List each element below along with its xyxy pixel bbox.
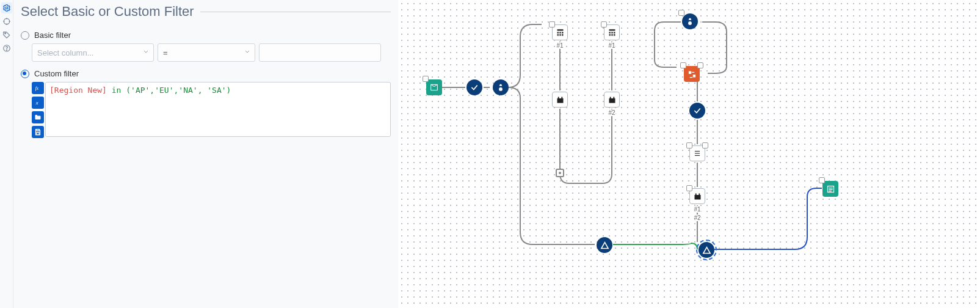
config-panel: Select Basic or Custom Filter Basic filt…: [13, 0, 398, 308]
expression-toolbar: fx x: [32, 82, 45, 138]
chevron-down-icon: [244, 48, 251, 57]
svg-rect-16: [559, 32, 561, 34]
expression-editor[interactable]: [Region New] in ('AP','EU','NA', 'SA'): [45, 82, 391, 137]
anchor-icon: [680, 62, 686, 68]
svg-rect-42: [699, 193, 700, 195]
svg-rect-15: [557, 32, 559, 34]
label-hash: #1: [556, 42, 564, 49]
svg-rect-26: [611, 32, 613, 34]
expr-keyword-token: in: [112, 86, 122, 95]
anchor-icon: [549, 21, 555, 28]
column-placeholder: Select column...: [37, 48, 94, 57]
svg-rect-25: [609, 32, 611, 34]
radio-basic[interactable]: [21, 31, 29, 40]
label-hash-2: #2: [693, 215, 701, 221]
custom-filter-radio-row[interactable]: Custom filter: [21, 67, 391, 82]
svg-rect-12: [37, 133, 39, 135]
app-root: Select Basic or Custom Filter Basic filt…: [0, 0, 980, 308]
svg-rect-17: [562, 32, 564, 34]
svg-rect-32: [609, 97, 611, 98]
node-list[interactable]: [689, 145, 705, 161]
column-select[interactable]: Select column...: [32, 43, 154, 62]
fx-button[interactable]: fx: [32, 82, 44, 94]
svg-rect-11: [37, 130, 39, 131]
panel-title: Select Basic or Custom Filter: [21, 4, 194, 20]
node-calc-left[interactable]: #1: [552, 24, 568, 40]
custom-filter-block: fx x [Region New] in ('AP','EU','NA', 'S…: [21, 82, 391, 138]
svg-rect-14: [557, 29, 563, 31]
target-icon[interactable]: [1, 16, 12, 27]
svg-point-13: [499, 87, 503, 91]
svg-rect-20: [562, 34, 564, 36]
side-rail: [0, 0, 13, 308]
anchor-icon: [423, 76, 429, 82]
node-output[interactable]: [822, 181, 838, 197]
svg-rect-33: [613, 97, 614, 98]
header-divider: [200, 12, 391, 12]
svg-rect-31: [609, 98, 615, 103]
node-action-left[interactable]: [552, 92, 568, 108]
svg-rect-27: [614, 32, 615, 34]
folder-button[interactable]: [32, 111, 44, 123]
radio-custom[interactable]: [21, 70, 29, 78]
basic-filter-radio-row[interactable]: Basic filter: [21, 28, 391, 43]
svg-point-0: [5, 7, 8, 9]
svg-rect-24: [609, 29, 615, 31]
panel-header: Select Basic or Custom Filter: [21, 4, 391, 20]
svg-rect-18: [557, 34, 559, 36]
svg-rect-19: [559, 34, 561, 36]
svg-rect-30: [614, 34, 615, 36]
svg-rect-21: [557, 98, 563, 103]
node-filter-selected[interactable]: [699, 242, 714, 258]
basic-filter-controls: Select column... =: [21, 43, 391, 67]
basic-filter-label: Basic filter: [34, 31, 71, 40]
svg-point-8: [6, 50, 7, 50]
anchor-icon: [686, 185, 692, 191]
loop-anchor[interactable]: [556, 169, 564, 177]
anchor-icon: [819, 177, 825, 183]
save-button[interactable]: [32, 126, 44, 138]
svg-rect-40: [694, 195, 700, 200]
node-action-right[interactable]: #2: [604, 92, 620, 108]
svg-rect-35: [688, 71, 691, 73]
anchor-icon: [697, 62, 703, 68]
variable-button[interactable]: x: [32, 97, 44, 109]
anchor-icon: [702, 142, 708, 148]
node-join-left[interactable]: [597, 237, 612, 253]
svg-rect-28: [609, 34, 611, 36]
help-icon[interactable]: [1, 43, 12, 54]
expr-field-token: [Region New]: [49, 86, 107, 95]
anchor-icon: [601, 21, 607, 28]
label-hash: #1: [608, 42, 615, 49]
anchor-icon: [678, 10, 684, 16]
svg-point-6: [4, 33, 5, 34]
node-formula[interactable]: [493, 79, 509, 95]
gear-icon[interactable]: [1, 2, 12, 13]
svg-point-1: [4, 18, 9, 24]
node-action-3[interactable]: #1 #2: [689, 188, 705, 204]
operator-select[interactable]: =: [158, 43, 255, 62]
node-select[interactable]: [466, 79, 482, 95]
svg-rect-29: [611, 34, 613, 36]
operator-value: =: [163, 48, 168, 57]
workflow-canvas[interactable]: #1 #1 #2: [398, 0, 980, 308]
value-input[interactable]: [259, 43, 381, 62]
svg-rect-41: [695, 193, 696, 195]
svg-point-34: [688, 21, 692, 25]
anchor-icon: [686, 142, 692, 148]
node-select-2[interactable]: [689, 103, 705, 119]
expr-args-token: ('AP','EU','NA', 'SA'): [126, 86, 231, 95]
svg-rect-36: [692, 75, 695, 77]
chevron-down-icon: [142, 48, 150, 57]
node-calc-right[interactable]: #1: [604, 24, 620, 40]
svg-text:x: x: [35, 100, 38, 106]
svg-rect-23: [561, 97, 562, 98]
node-input[interactable]: [426, 79, 442, 95]
tag-icon[interactable]: [1, 29, 12, 40]
label-hash: #1: [693, 206, 701, 213]
node-transform[interactable]: [684, 66, 700, 82]
node-formula-top[interactable]: [682, 13, 698, 29]
svg-text:fx: fx: [35, 86, 38, 91]
svg-rect-22: [557, 97, 559, 98]
custom-filter-label: Custom filter: [34, 69, 79, 78]
